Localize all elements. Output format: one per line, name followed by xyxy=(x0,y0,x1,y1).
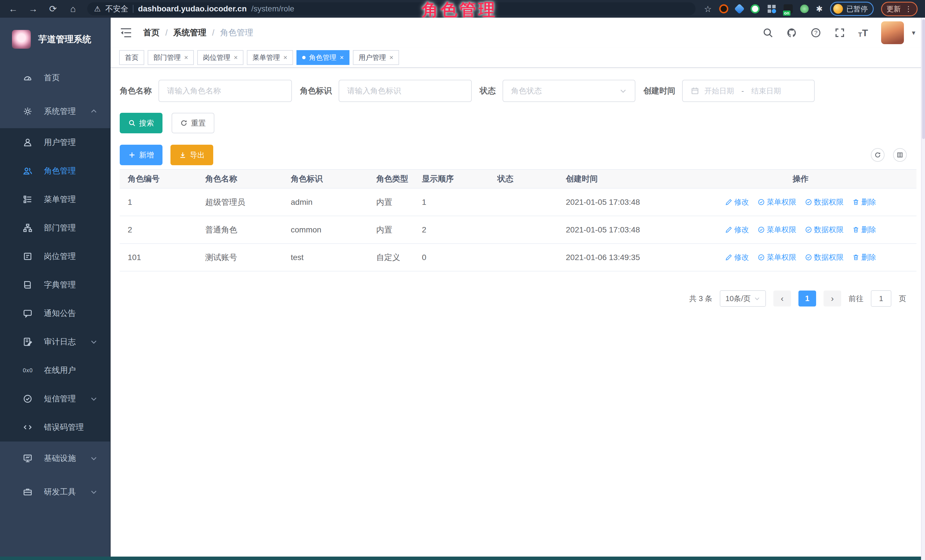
sidebar-item-departments[interactable]: 部门管理 xyxy=(0,214,110,242)
menu-permission-link[interactable]: 菜单权限 xyxy=(758,225,797,235)
scrollbar[interactable] xyxy=(921,18,925,560)
add-button[interactable]: 新增 xyxy=(120,145,163,165)
page-size-select[interactable]: 10条/页 xyxy=(720,290,766,307)
fullscreen-icon[interactable] xyxy=(835,27,845,38)
role-key-input[interactable] xyxy=(347,87,463,95)
search-button-label: 搜索 xyxy=(139,118,154,128)
prev-page-button[interactable]: ‹ xyxy=(773,291,791,306)
breadcrumb-home[interactable]: 首页 xyxy=(143,27,160,39)
menu-permission-link[interactable]: 菜单权限 xyxy=(758,252,797,262)
close-icon[interactable]: × xyxy=(389,54,393,61)
browser-menu-icon[interactable]: ⋮ xyxy=(905,5,912,14)
data-permission-link[interactable]: 数据权限 xyxy=(805,197,844,207)
sidebar-item-dev-tools[interactable]: 研发工具 xyxy=(0,475,110,509)
extension-icon[interactable]: on xyxy=(783,4,793,14)
export-button[interactable]: 导出 xyxy=(170,145,213,165)
refresh-table-button[interactable] xyxy=(871,148,884,162)
sidebar-item-audit-log[interactable]: 审计日志 xyxy=(0,327,110,356)
toolbox-icon xyxy=(23,487,33,497)
table-row: 101 测试账号 test 自定义 0 2021-01-06 13:49:35 … xyxy=(120,244,916,272)
data-permission-link[interactable]: 数据权限 xyxy=(805,225,844,235)
role-name-input[interactable] xyxy=(167,87,283,95)
user-avatar[interactable] xyxy=(881,21,904,44)
menu-permission-link[interactable]: 菜单权限 xyxy=(758,197,797,207)
sidebar-item-home[interactable]: 首页 xyxy=(0,61,110,95)
extension-icon[interactable] xyxy=(750,4,760,14)
sidebar-item-system[interactable]: 系统管理 xyxy=(0,95,110,128)
status-select[interactable]: 角色状态 xyxy=(503,80,636,102)
search-icon[interactable] xyxy=(762,27,773,38)
table-row: 2 普通角色 common 内置 2 2021-01-05 17:03:48 修… xyxy=(120,216,916,244)
close-icon[interactable]: × xyxy=(184,54,188,61)
browser-back-icon[interactable]: ← xyxy=(8,0,19,18)
current-page-button[interactable]: 1 xyxy=(798,291,816,306)
close-icon[interactable]: × xyxy=(283,54,287,61)
next-page-button[interactable]: › xyxy=(824,291,841,306)
extension-icon[interactable] xyxy=(800,5,809,13)
tab-home[interactable]: 首页 xyxy=(119,50,144,65)
data-permission-label: 数据权限 xyxy=(814,225,844,235)
chevron-down-icon xyxy=(90,488,98,495)
column-settings-button[interactable] xyxy=(893,148,907,162)
extension-icon[interactable] xyxy=(734,4,744,14)
sidebar-item-error-codes[interactable]: 错误码管理 xyxy=(0,413,110,441)
data-permission-link[interactable]: 数据权限 xyxy=(805,252,844,262)
edit-link[interactable]: 修改 xyxy=(725,252,749,262)
sidebar-item-notices[interactable]: 通知公告 xyxy=(0,299,110,327)
tab-menus[interactable]: 菜单管理 × xyxy=(247,50,293,65)
menu-permission-label: 菜单权限 xyxy=(767,252,797,262)
reset-button-label: 重置 xyxy=(191,118,206,128)
reset-button[interactable]: 重置 xyxy=(172,113,214,133)
browser-home-icon[interactable]: ⌂ xyxy=(67,0,79,18)
avatar-caret-icon[interactable]: ▾ xyxy=(912,29,915,37)
sidebar-item-dictionary[interactable]: 字典管理 xyxy=(0,270,110,299)
update-button[interactable]: 更新 ⋮ xyxy=(881,2,917,16)
sidebar-item-online-users[interactable]: 0x0 在线用户 xyxy=(0,356,110,384)
browser-forward-icon[interactable]: → xyxy=(27,0,39,18)
edit-link[interactable]: 修改 xyxy=(725,225,749,235)
close-icon[interactable]: × xyxy=(234,54,238,61)
url-host: dashboard.yudao.iocoder.cn xyxy=(138,4,247,14)
extensions-puzzle-icon[interactable]: ✱ xyxy=(816,4,823,14)
tab-roles[interactable]: 角色管理 × xyxy=(297,50,350,65)
extension-icon[interactable] xyxy=(719,4,728,14)
github-icon[interactable] xyxy=(786,27,797,38)
help-icon[interactable]: ? xyxy=(811,27,821,38)
sidebar-item-roles[interactable]: 角色管理 xyxy=(0,157,110,185)
app-logo-row[interactable]: 芋道管理系统 xyxy=(0,18,110,61)
search-button[interactable]: 搜索 xyxy=(120,113,163,133)
delete-link[interactable]: 删除 xyxy=(852,197,876,207)
top-navbar: 首页 / 系统管理 / 角色管理 ? TT xyxy=(111,18,925,48)
sidebar-item-posts[interactable]: 岗位管理 xyxy=(0,242,110,270)
sidebar-item-sms[interactable]: 短信管理 xyxy=(0,384,110,413)
font-size-icon[interactable]: TT xyxy=(858,27,868,39)
sidebar-item-users[interactable]: 用户管理 xyxy=(0,128,110,157)
end-date-placeholder: 结束日期 xyxy=(752,86,781,96)
paused-badge[interactable]: 已暂停 xyxy=(830,2,874,16)
close-icon[interactable]: × xyxy=(340,54,344,61)
tab-posts[interactable]: 岗位管理 × xyxy=(197,50,243,65)
breadcrumb-system[interactable]: 系统管理 xyxy=(173,27,206,39)
tab-users[interactable]: 用户管理 × xyxy=(353,50,399,65)
delete-label: 删除 xyxy=(862,252,876,262)
scrollbar-thumb[interactable] xyxy=(922,20,925,139)
address-bar[interactable]: ⚠ 不安全 dashboard.yudao.iocoder.cn /system… xyxy=(87,2,696,15)
edit-link[interactable]: 修改 xyxy=(725,197,749,207)
bookmark-star-icon[interactable]: ☆ xyxy=(704,4,712,14)
created-time: 2021-01-05 17:03:48 xyxy=(558,225,685,234)
row-actions: 修改 菜单权限 数据权限 删除 xyxy=(685,225,916,235)
date-range-picker[interactable]: 开始日期 - 结束日期 xyxy=(682,80,815,102)
delete-label: 删除 xyxy=(862,197,876,207)
goto-page-input[interactable] xyxy=(871,290,891,307)
sidebar-item-label: 岗位管理 xyxy=(44,251,76,262)
role-order: 2 xyxy=(414,225,490,234)
browser-reload-icon[interactable]: ⟳ xyxy=(47,0,59,18)
sidebar-toggle-icon[interactable] xyxy=(120,28,132,38)
delete-link[interactable]: 删除 xyxy=(852,225,876,235)
delete-link[interactable]: 删除 xyxy=(852,252,876,262)
tab-departments[interactable]: 部门管理 × xyxy=(148,50,194,65)
column-header: 操作 xyxy=(685,173,916,184)
sidebar-item-menus[interactable]: 菜单管理 xyxy=(0,185,110,214)
extension-icon[interactable] xyxy=(767,4,776,14)
sidebar-item-infrastructure[interactable]: 基础设施 xyxy=(0,441,110,475)
